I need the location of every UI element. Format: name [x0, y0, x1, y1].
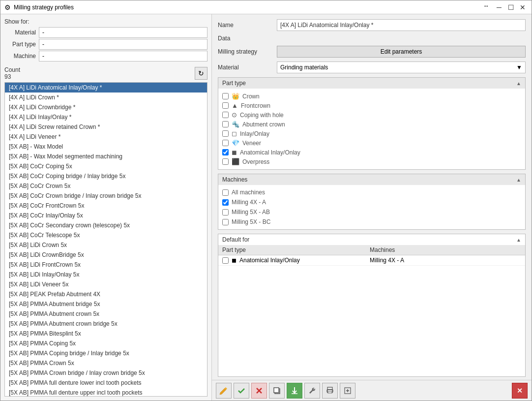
- list-item[interactable]: [4X A] LiDi Veneer *: [5, 132, 207, 142]
- filter-input-parttype[interactable]: [39, 39, 207, 50]
- list-item[interactable]: [5X AB] PMMA full denture upper incl too…: [5, 388, 207, 397]
- list-item[interactable]: [5X AB] LiDi Veneer 5x: [5, 279, 207, 289]
- copy-button[interactable]: [269, 383, 285, 399]
- copy-icon: [272, 386, 281, 395]
- filter-input-material[interactable]: [39, 27, 207, 38]
- list-item[interactable]: [5X AB] CoCr Telescope 5x: [5, 230, 207, 240]
- filter-row-parttype: Part type: [4, 39, 207, 50]
- part-type-frontcrown-checkbox[interactable]: [222, 102, 229, 109]
- machine-5xab-checkbox[interactable]: [222, 209, 229, 216]
- import-button[interactable]: [287, 383, 302, 399]
- machine-5xbc-checkbox[interactable]: [222, 219, 229, 225]
- edit-parameters-button[interactable]: Edit parameters: [277, 46, 526, 58]
- list-item[interactable]: [5X AB] PMMA Crown bridge / Inlay crown …: [5, 368, 207, 378]
- list-item[interactable]: [5X AB] CoCr Crown bridge / Inlay crown …: [5, 191, 207, 201]
- abutment-icon: 🔩: [232, 121, 239, 128]
- part-type-coping-hole-label: Coping with hole: [240, 112, 284, 119]
- count-info: Count 93: [4, 66, 20, 80]
- list-item[interactable]: [5X AB] PMMA Coping 5x: [5, 339, 207, 348]
- delete-button[interactable]: [251, 383, 267, 399]
- list-item[interactable]: [5X AB] PMMA full denture lower incl too…: [5, 378, 207, 388]
- list-item[interactable]: [5X AB] PMMA Abutment crown bridge 5x: [5, 319, 207, 329]
- part-type-inlay-label: Inlay/Onlay: [240, 130, 269, 137]
- part-type-anatomical-checkbox[interactable]: [222, 149, 229, 155]
- refresh-button[interactable]: ↻: [195, 67, 207, 80]
- part-type-veneer-label: Veneer: [242, 140, 261, 147]
- list-item[interactable]: [4X A] LiDi Inlay/Onlay *: [5, 112, 207, 122]
- list-item[interactable]: [5X AB] PEAK Prefab Abutment 4X: [5, 289, 207, 299]
- maximize-button[interactable]: ☐: [506, 2, 516, 12]
- list-item[interactable]: [4X A] LiDi Screw retained Crown *: [5, 122, 207, 132]
- machine-all-row: All machines: [222, 188, 521, 197]
- list-item[interactable]: [5X AB] LiDi CrownBridge 5x: [5, 250, 207, 260]
- filter-label-parttype: Part type: [4, 41, 39, 48]
- anatomical-icon: ◼: [232, 149, 237, 156]
- filter-label-machine: Machine: [4, 53, 39, 60]
- list-item[interactable]: [5X AB] CoCr Crown 5x: [5, 181, 207, 191]
- title-bar-controls: ↔ ─ ☐ ✕: [483, 2, 528, 12]
- machine-4xa-checkbox[interactable]: [222, 199, 229, 206]
- part-type-abutment-checkbox[interactable]: [222, 121, 229, 127]
- edit-icon: [219, 386, 228, 395]
- list-item[interactable]: [5X AB] LiDi Crown 5x: [5, 240, 207, 250]
- tools-button[interactable]: [304, 383, 320, 399]
- machines-section: Machines ▲ All machines Milling 4X - A: [218, 174, 526, 230]
- minimize-button[interactable]: ─: [494, 2, 504, 12]
- export-icon: [343, 386, 352, 395]
- import-icon: [290, 386, 299, 395]
- part-type-header: Part type ▲: [218, 78, 525, 89]
- list-item[interactable]: [4X A] LiDi Anatomical Inlay/Onlay *: [5, 83, 207, 93]
- list-item[interactable]: [5X AB] CoCr Coping bridge / Inlay bridg…: [5, 171, 207, 181]
- table-header: Part type Machines: [218, 245, 525, 255]
- filter-input-machine[interactable]: [39, 51, 207, 62]
- list-item[interactable]: [5X AB] CoCr FrontCrown 5x: [5, 201, 207, 211]
- list-item[interactable]: [5X AB] PMMA Coping bridge / Inlay bridg…: [5, 348, 207, 358]
- part-type-section: Part type ▲ 👑 Crown ▲ Frontcrown: [218, 77, 526, 170]
- close-button[interactable]: ✕: [518, 2, 528, 12]
- window-icon: ⚙: [4, 3, 11, 11]
- tools-icon: [308, 386, 317, 395]
- edit-button[interactable]: [216, 383, 232, 399]
- milling-strategy-label: Milling strategy: [218, 48, 272, 55]
- list-item[interactable]: [5X AB] LiDi FrontCrown 5x: [5, 260, 207, 270]
- name-label: Name: [218, 22, 272, 29]
- list-item[interactable]: [5X AB] - Wax Model segmented machining: [5, 152, 207, 161]
- col-machines: Machines: [370, 247, 521, 253]
- part-type-anatomical-row: ◼ Anatomical Inlay/Onlay: [222, 148, 521, 157]
- part-type-inlay-checkbox[interactable]: [222, 130, 229, 137]
- material-dropdown[interactable]: Grinding materials ▼: [277, 62, 526, 73]
- part-type-veneer-checkbox[interactable]: [222, 140, 229, 146]
- list-item[interactable]: [5X AB] CoCr Coping 5x: [5, 161, 207, 171]
- list-item[interactable]: [4X A] LiDi Crownbridge *: [5, 102, 207, 112]
- list-item[interactable]: [5X AB] CoCr Secondary crown (telescope)…: [5, 220, 207, 230]
- part-type-crown-checkbox[interactable]: [222, 93, 229, 99]
- close-toolbar-button[interactable]: ✕: [512, 383, 528, 399]
- machine-all-checkbox[interactable]: [222, 189, 229, 196]
- list-item[interactable]: [4X A] LiDi Crown *: [5, 93, 207, 102]
- default-for-checkbox[interactable]: [222, 257, 229, 264]
- machines-header: Machines ▲: [218, 174, 525, 185]
- part-type-abutment-row: 🔩 Abutment crown: [222, 120, 521, 129]
- list-item[interactable]: [5X AB] PMMA Crown 5x: [5, 358, 207, 368]
- print-button[interactable]: [322, 383, 338, 399]
- list-item[interactable]: [5X AB] PMMA Abutment bridge 5x: [5, 299, 207, 309]
- part-type-inlay-row: ◻ Inlay/Onlay: [222, 129, 521, 138]
- table-cell-part-type: ◼ Anatomical Inlay/Onlay: [222, 257, 370, 264]
- part-type-coping-hole-checkbox[interactable]: [222, 112, 229, 118]
- resize-indicator: ↔: [483, 2, 489, 12]
- list-item[interactable]: [5X AB] PMMA Abutment crown 5x: [5, 309, 207, 319]
- export-button[interactable]: [340, 383, 355, 399]
- part-type-overpress-checkbox[interactable]: [222, 158, 229, 165]
- part-type-abutment-label: Abutment crown: [242, 121, 285, 128]
- confirm-button[interactable]: [234, 383, 249, 399]
- show-for-title: Show for:: [4, 18, 207, 25]
- name-input[interactable]: [277, 19, 526, 31]
- list-item[interactable]: [5X AB] CoCr Inlay/Onlay 5x: [5, 211, 207, 220]
- svg-rect-2: [327, 387, 332, 390]
- machine-5xbc-row: Milling 5X - BC: [222, 217, 521, 226]
- default-for-section: Default for ▲ Part type Machines ◼: [218, 234, 526, 377]
- list-item[interactable]: [5X AB] LiDi Inlay/Onlay 5x: [5, 270, 207, 279]
- list-item[interactable]: [5X AB] PMMA Bitesplint 5x: [5, 329, 207, 339]
- profile-list[interactable]: [4X A] LiDi Anatomical Inlay/Onlay * [4X…: [4, 82, 207, 397]
- list-item[interactable]: [5X AB] - Wax Model: [5, 142, 207, 152]
